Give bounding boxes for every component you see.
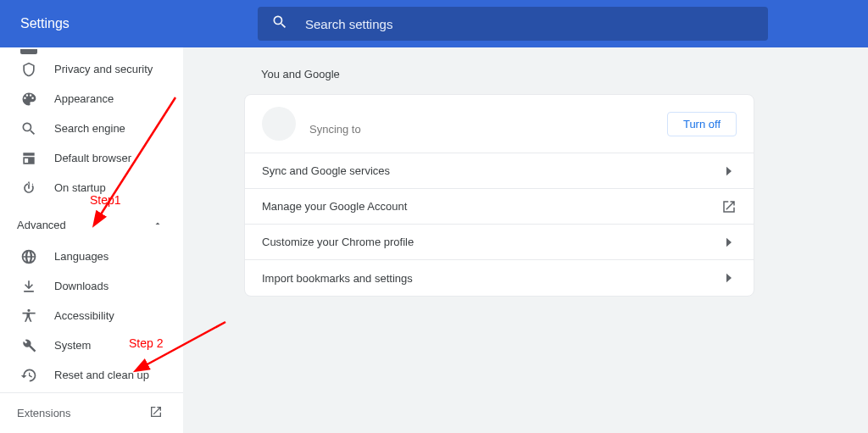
sidebar-extensions[interactable]: Extensions	[0, 392, 183, 433]
sidebar-item-accessibility[interactable]: Accessibility	[0, 301, 183, 330]
sidebar: Privacy and security Appearance Search e…	[0, 47, 183, 433]
row-sync-services[interactable]: Sync and Google services	[245, 153, 754, 189]
page-title: Settings	[0, 16, 258, 31]
main-content: You and Google Syncing to Turn off Sync …	[183, 47, 868, 433]
sidebar-item-label: Languages	[54, 250, 108, 263]
top-bar: Settings	[0, 0, 868, 47]
sync-row: Syncing to Turn off	[245, 95, 754, 153]
sidebar-item-label: Default browser	[54, 152, 131, 164]
sidebar-item-label: On startup	[54, 181, 106, 194]
row-label: Manage your Google Account	[262, 200, 721, 213]
sidebar-item-partial	[0, 47, 183, 54]
sidebar-item-languages[interactable]: Languages	[0, 241, 183, 271]
accessibility-icon	[20, 308, 37, 325]
sidebar-item-on-startup[interactable]: On startup	[0, 173, 183, 203]
sidebar-item-label: System	[54, 339, 91, 352]
restore-icon	[20, 367, 37, 384]
sidebar-item-appearance[interactable]: Appearance	[0, 84, 183, 114]
chevron-right-icon	[721, 164, 737, 179]
sidebar-item-downloads[interactable]: Downloads	[0, 271, 183, 301]
sidebar-item-system[interactable]: System	[0, 330, 183, 360]
sidebar-item-search-engine[interactable]: Search engine	[0, 114, 183, 143]
chevron-right-icon	[721, 270, 737, 286]
avatar	[262, 107, 296, 141]
sidebar-item-default-browser[interactable]: Default browser	[0, 143, 183, 173]
chevron-right-icon	[721, 235, 737, 250]
sidebar-item-label: Privacy and security	[54, 63, 153, 75]
row-label: Sync and Google services	[262, 164, 721, 177]
turn-off-button[interactable]: Turn off	[667, 112, 737, 136]
sidebar-item-label: Accessibility	[54, 309, 114, 322]
row-manage-account[interactable]: Manage your Google Account	[245, 189, 754, 225]
settings-card: Syncing to Turn off Sync and Google serv…	[244, 94, 754, 297]
syncing-label: Syncing to	[309, 113, 667, 136]
sidebar-section-label: Advanced	[17, 219, 66, 231]
globe-icon	[20, 248, 37, 265]
power-icon	[20, 180, 37, 197]
row-label: Import bookmarks and settings	[262, 272, 721, 285]
sidebar-item-reset[interactable]: Reset and clean up	[0, 360, 183, 390]
search-box[interactable]	[258, 7, 768, 41]
sidebar-item-privacy[interactable]: Privacy and security	[0, 54, 183, 84]
search-icon	[20, 120, 37, 137]
row-customize-profile[interactable]: Customize your Chrome profile	[245, 225, 754, 260]
sidebar-item-label: Search engine	[54, 122, 125, 135]
sidebar-item-label: Reset and clean up	[54, 369, 149, 381]
download-icon	[20, 278, 37, 295]
search-input[interactable]	[305, 17, 754, 31]
browser-icon	[20, 150, 37, 167]
sidebar-item-label: Appearance	[54, 92, 114, 105]
chevron-up-icon	[153, 219, 163, 231]
row-import-bookmarks[interactable]: Import bookmarks and settings	[245, 260, 754, 296]
search-icon	[271, 14, 288, 34]
section-title: You and Google	[244, 68, 754, 80]
open-in-new-icon	[149, 405, 163, 421]
row-label: Customize your Chrome profile	[262, 236, 721, 248]
sidebar-item-label: Extensions	[17, 407, 71, 419]
shield-icon	[20, 61, 37, 78]
sidebar-item-label: Downloads	[54, 280, 108, 292]
open-in-new-icon	[721, 199, 737, 214]
wrench-icon	[20, 337, 37, 354]
sidebar-advanced-toggle[interactable]: Advanced	[0, 208, 183, 241]
palette-icon	[20, 91, 37, 108]
